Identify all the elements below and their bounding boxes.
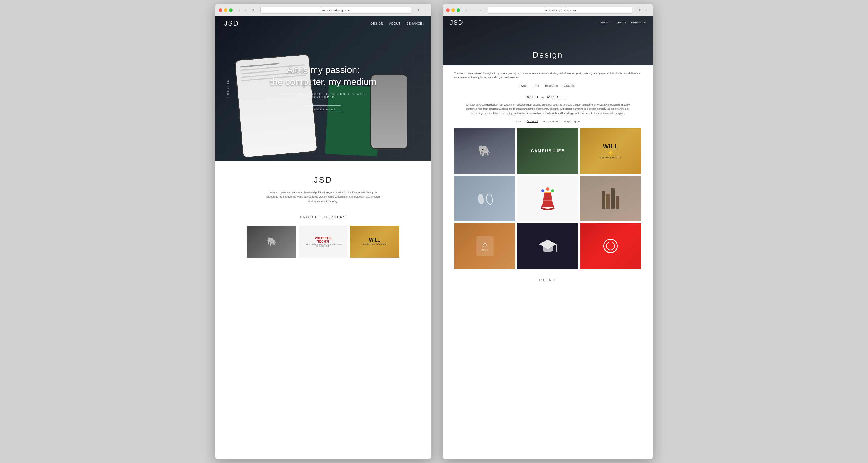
browser-actions-right: ⬆ + [637, 7, 649, 13]
sort-label: Sort: [516, 120, 522, 123]
books-stack [602, 188, 619, 209]
right-back-arrow[interactable]: ‹ [464, 7, 469, 13]
grid-item-6[interactable] [580, 176, 641, 221]
book-3 [611, 188, 615, 209]
filter-tab-web[interactable]: Web [521, 84, 527, 88]
elephant-icon: 🐘 [267, 237, 277, 246]
nav-link-design[interactable]: Design [371, 22, 383, 25]
right-hero-nav: JSD Design About Behance [443, 16, 653, 29]
right-nav-behance[interactable]: Behance [631, 21, 646, 24]
grid-item-2[interactable]: CAMPUS LIFE [517, 128, 578, 174]
grid-item-3[interactable]: WILL ⚡ LEATHER GOODS [580, 128, 641, 174]
right-share-icon[interactable]: ⬆ [637, 7, 642, 13]
jsd-description: From complex websites to professional pu… [265, 190, 381, 204]
will-logo: WILL [603, 143, 618, 150]
right-hero: JSD Design About Behance Design [443, 16, 653, 65]
right-hero-logo: JSD [450, 19, 464, 26]
right-browser-window: ‹ › ↺ jamessheadesign.com ⬆ + JSD Design… [443, 4, 653, 459]
right-maximize-button[interactable] [457, 8, 460, 12]
grid-item-7[interactable]: ◇ ePub [454, 223, 515, 269]
browser-chrome-left: ‹ › ↺ jamessheadesign.com ⬆ + [215, 4, 431, 16]
epub-label: ePub [482, 249, 488, 251]
inner-circle [606, 242, 615, 250]
right-nav-about[interactable]: About [616, 21, 626, 24]
right-forward-arrow[interactable]: › [470, 7, 476, 13]
portfolio-grid: 🐘 CAMPUS LIFE WILL ⚡ LEATHER GOODS [454, 128, 641, 269]
web-mobile-description: Whether developing a design from scratch… [464, 103, 631, 115]
portfolio-thumbnails: 🐘 WHAT THETECH?! THE CENTER FOR INSTRUCT… [224, 226, 423, 257]
jsd-logo: JSD [224, 175, 423, 185]
grid-item-4[interactable] [454, 176, 515, 221]
back-arrow[interactable]: ‹ [237, 7, 242, 13]
book-2 [607, 194, 610, 209]
chess-queen-icon [537, 185, 558, 212]
what-the-tech-title: WHAT THETECH?! [315, 237, 331, 243]
will-goods-text: LEATHER GOODS [600, 157, 621, 159]
right-nav-design[interactable]: Design [600, 21, 612, 24]
epub-container: ◇ ePub [476, 236, 494, 256]
hero-subtitle: JAMES SHEA • GRAPHIC DESIGNER & WEB DEVE… [269, 93, 377, 98]
droplet-icon [475, 191, 495, 206]
nav-link-about[interactable]: About [389, 22, 400, 25]
grid-item-8[interactable] [517, 223, 578, 269]
hero-nav-links: Design About Behance [371, 22, 423, 25]
minimize-button[interactable] [224, 8, 227, 12]
grid-item-9[interactable] [580, 223, 641, 269]
what-the-tech-subtitle: THE CENTER FOR INSTRUCTIONAL TECHNOLOGY [299, 243, 348, 247]
forward-arrow[interactable]: › [243, 7, 248, 13]
right-body: The work I have created throughout my ar… [443, 65, 653, 288]
grid-item-1[interactable]: 🐘 [454, 128, 515, 174]
jsd-section: JSD From complex websites to professiona… [215, 161, 431, 272]
books-visual [580, 176, 641, 221]
right-close-button[interactable] [446, 8, 450, 12]
filter-tab-graphic[interactable]: Graphic [564, 84, 575, 88]
hero-section: JSD Design About Behance PRESTEL Art is … [215, 16, 431, 161]
right-minimize-button[interactable] [452, 8, 455, 12]
outer-circle [603, 239, 618, 253]
right-bookmark-icon[interactable]: + [644, 7, 649, 13]
will-leather-text: ⚡ [607, 150, 614, 156]
svg-marker-6 [539, 240, 556, 249]
maximize-button[interactable] [229, 8, 232, 12]
right-hero-title: Design [532, 50, 563, 60]
project-dossiers-title: PROJECT DOSSIERS [224, 215, 423, 219]
sort-most-recent[interactable]: Most Recent [543, 120, 559, 123]
close-button[interactable] [219, 8, 222, 12]
svg-point-8 [556, 250, 557, 252]
hero-text-block: Art is my passion:the computer, my mediu… [269, 64, 377, 113]
address-bar-left[interactable]: jamessheadesign.com [260, 7, 411, 13]
filter-tab-print[interactable]: Print [533, 84, 539, 88]
filter-tab-branding[interactable]: Branding [545, 84, 558, 88]
will-subtext: LEATHER GOODS [363, 243, 386, 245]
svg-point-1 [541, 189, 544, 192]
address-bar-right[interactable]: jamessheadesign.com [488, 7, 632, 13]
nav-link-behance[interactable]: Behance [406, 22, 423, 25]
left-browser-window: ‹ › ↺ jamessheadesign.com ⬆ + [215, 4, 431, 459]
traffic-lights-left [219, 8, 232, 12]
portfolio-thumb-2[interactable]: WHAT THETECH?! THE CENTER FOR INSTRUCTIO… [299, 226, 348, 257]
svg-point-2 [551, 189, 554, 192]
svg-point-0 [546, 187, 550, 191]
bookmark-icon[interactable]: + [423, 7, 428, 13]
view-my-work-button[interactable]: VIEW MY WORK [305, 105, 341, 113]
hero-logo: JSD [224, 20, 239, 28]
sort-featured[interactable]: Featured [527, 120, 538, 123]
nav-arrows-left: ‹ › [237, 7, 248, 13]
hero-side-label: PRESTEL [226, 80, 229, 97]
right-hero-nav-links: Design About Behance [600, 21, 646, 24]
traffic-lights-right [446, 8, 460, 12]
grid-item-5[interactable] [517, 176, 578, 221]
portfolio-thumb-1[interactable]: 🐘 [247, 226, 296, 257]
sort-project-type[interactable]: Project Type [564, 120, 580, 123]
reload-icon[interactable]: ↺ [251, 7, 256, 13]
browser-chrome-right: ‹ › ↺ jamessheadesign.com ⬆ + [443, 4, 653, 16]
portfolio-thumb-3[interactable]: WILL LEATHER GOODS [350, 226, 399, 257]
sort-bar: Sort: Featured Most Recent Project Type [454, 120, 641, 123]
right-reload-icon[interactable]: ↺ [478, 7, 483, 13]
share-icon[interactable]: ⬆ [415, 7, 421, 13]
web-mobile-title: WEB & MOBILE [454, 95, 641, 99]
will-text: WILL [369, 238, 380, 243]
circle-logo-icon [603, 239, 618, 253]
print-section-title: PRINT [454, 278, 641, 282]
campus-life-text: CAMPUS LIFE [531, 149, 565, 153]
